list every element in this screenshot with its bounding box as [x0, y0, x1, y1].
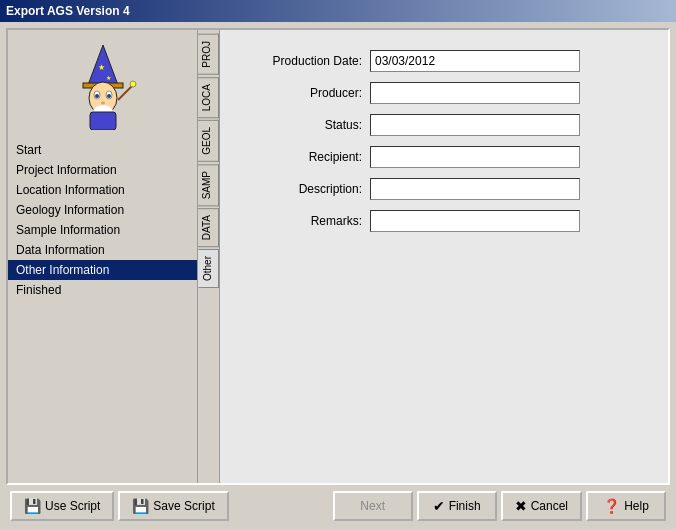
use-script-button[interactable]: 💾 Use Script — [10, 491, 114, 521]
input-status[interactable] — [370, 114, 580, 136]
svg-rect-11 — [90, 112, 116, 130]
help-icon: ❓ — [603, 498, 620, 514]
tab-proj[interactable]: PROJ — [198, 34, 219, 75]
window-title: Export AGS Version 4 — [6, 4, 130, 18]
save-script-label: Save Script — [153, 499, 214, 513]
nav-item-data[interactable]: Data Information — [8, 240, 197, 260]
next-button[interactable]: Next — [333, 491, 413, 521]
label-recipient: Recipient: — [240, 150, 370, 164]
cancel-button[interactable]: ✖ Cancel — [501, 491, 582, 521]
tab-other[interactable]: Other — [198, 249, 219, 288]
tab-loca[interactable]: LOCA — [198, 77, 219, 118]
help-label: Help — [624, 499, 649, 513]
label-description: Description: — [240, 182, 370, 196]
form-row-description: Description: — [240, 178, 648, 200]
title-bar: Export AGS Version 4 — [0, 0, 676, 22]
nav-item-start[interactable]: Start — [8, 140, 197, 160]
content-area: Production Date: Producer: Status: Recip… — [220, 30, 668, 483]
form-row-remarks: Remarks: — [240, 210, 648, 232]
save-script-button[interactable]: 💾 Save Script — [118, 491, 228, 521]
nav-item-project[interactable]: Project Information — [8, 160, 197, 180]
nav-list: Start Project Information Location Infor… — [8, 140, 197, 483]
save-script-icon: 💾 — [132, 498, 149, 514]
form-row-recipient: Recipient: — [240, 146, 648, 168]
nav-item-finished[interactable]: Finished — [8, 280, 197, 300]
form-row-status: Status: — [240, 114, 648, 136]
input-production-date[interactable] — [370, 50, 580, 72]
svg-text:★: ★ — [98, 63, 105, 72]
nav-item-other[interactable]: Other Information — [8, 260, 197, 280]
svg-point-8 — [107, 94, 111, 98]
label-production-date: Production Date: — [240, 54, 370, 68]
next-label: Next — [360, 499, 385, 513]
tab-data[interactable]: DATA — [198, 208, 219, 247]
finish-button[interactable]: ✔ Finish — [417, 491, 497, 521]
tab-panel: PROJ LOCA GEOL SAMP DATA Other Productio… — [198, 30, 668, 483]
svg-point-13 — [130, 81, 136, 87]
tab-samp[interactable]: SAMP — [198, 164, 219, 206]
form-row-producer: Producer: — [240, 82, 648, 104]
svg-point-9 — [101, 102, 105, 105]
finish-label: Finish — [449, 499, 481, 513]
input-remarks[interactable] — [370, 210, 580, 232]
footer: 💾 Use Script 💾 Save Script Next ✔ Finish… — [6, 485, 670, 523]
input-producer[interactable] — [370, 82, 580, 104]
footer-left: 💾 Use Script 💾 Save Script — [10, 491, 229, 521]
tab-geol[interactable]: GEOL — [198, 120, 219, 162]
wizard-image: ★ ★ — [8, 30, 197, 140]
left-panel: ★ ★ — [8, 30, 198, 483]
cancel-label: Cancel — [531, 499, 568, 513]
label-producer: Producer: — [240, 86, 370, 100]
finish-icon: ✔ — [433, 498, 445, 514]
use-script-label: Use Script — [45, 499, 100, 513]
cancel-icon: ✖ — [515, 498, 527, 514]
nav-item-sample[interactable]: Sample Information — [8, 220, 197, 240]
help-button[interactable]: ❓ Help — [586, 491, 666, 521]
input-description[interactable] — [370, 178, 580, 200]
use-script-icon: 💾 — [24, 498, 41, 514]
label-remarks: Remarks: — [240, 214, 370, 228]
nav-item-geology[interactable]: Geology Information — [8, 200, 197, 220]
svg-point-7 — [95, 94, 99, 98]
svg-text:★: ★ — [106, 75, 111, 81]
wizard-icon: ★ ★ — [68, 40, 138, 130]
vertical-tabs: PROJ LOCA GEOL SAMP DATA Other — [198, 30, 220, 483]
footer-right: Next ✔ Finish ✖ Cancel ❓ Help — [333, 491, 666, 521]
label-status: Status: — [240, 118, 370, 132]
input-recipient[interactable] — [370, 146, 580, 168]
nav-item-location[interactable]: Location Information — [8, 180, 197, 200]
form-row-production-date: Production Date: — [240, 50, 648, 72]
